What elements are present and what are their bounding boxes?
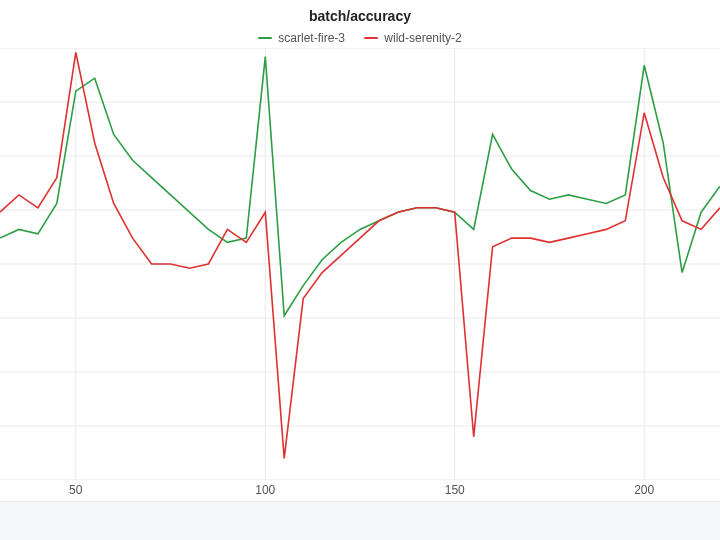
series-wild-serenity-2[interactable] bbox=[0, 52, 720, 458]
legend-item-wild-serenity-2[interactable]: wild-serenity-2 bbox=[364, 31, 461, 45]
x-tick-label: 150 bbox=[445, 483, 465, 497]
legend: scarlet-fire-3 wild-serenity-2 bbox=[0, 28, 720, 45]
series-group bbox=[0, 52, 720, 458]
chart-card: batch/accuracy scarlet-fire-3 wild-seren… bbox=[0, 0, 720, 540]
legend-label: scarlet-fire-3 bbox=[278, 31, 345, 45]
x-tick-label: 100 bbox=[255, 483, 275, 497]
legend-item-scarlet-fire-3[interactable]: scarlet-fire-3 bbox=[258, 31, 345, 45]
legend-swatch-icon bbox=[364, 37, 378, 39]
y-gridlines bbox=[0, 48, 720, 480]
plot-area[interactable] bbox=[0, 48, 720, 480]
x-axis: 50100150200 bbox=[0, 480, 720, 502]
chart-svg bbox=[0, 48, 720, 480]
legend-swatch-icon bbox=[258, 37, 272, 39]
legend-label: wild-serenity-2 bbox=[384, 31, 461, 45]
chart-title: batch/accuracy bbox=[0, 8, 720, 24]
x-tick-label: 50 bbox=[69, 483, 83, 497]
x-axis-slider[interactable] bbox=[0, 501, 720, 540]
x-tick-label: 200 bbox=[634, 483, 654, 497]
